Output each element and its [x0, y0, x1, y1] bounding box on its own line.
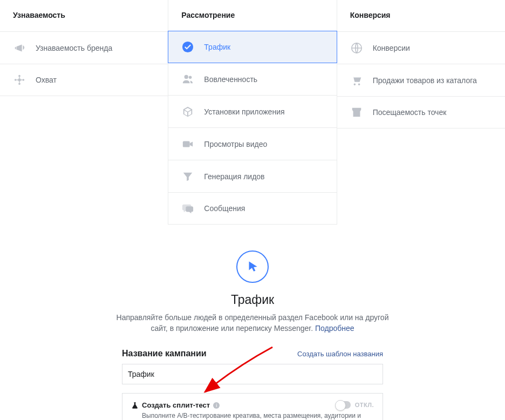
people-icon [181, 73, 194, 86]
objective-label: Просмотры видео [204, 140, 267, 148]
svg-point-4 [18, 83, 21, 85]
svg-point-6 [185, 74, 188, 78]
details-title: Трафик [11, 293, 494, 307]
learn-more-link[interactable]: Подробнее [315, 324, 354, 333]
campaign-form: Название кампании Создать шаблон названи… [122, 349, 383, 420]
objective-engagement[interactable]: Вовлеченность [168, 63, 336, 95]
objective-catalog-sales[interactable]: Продажи товаров из каталога [337, 64, 505, 96]
check-circle-icon [181, 40, 194, 53]
campaign-name-label: Название кампании [122, 349, 207, 358]
split-test-box: Создать сплит-тест i Выполните А/В-тести… [122, 393, 383, 420]
reach-icon [13, 73, 26, 86]
objective-label: Установки приложения [204, 107, 284, 116]
objective-app-installs[interactable]: Установки приложения [168, 95, 336, 127]
column-consideration-header: Рассмотрение [168, 0, 336, 31]
split-test-toggle[interactable] [336, 401, 351, 409]
split-test-description: Выполните А/В-тестирование креатива, мес… [131, 411, 374, 420]
objective-label: Генерация лидов [204, 172, 264, 181]
objective-label: Охват [36, 76, 57, 84]
objective-label: Узнаваемость бренда [36, 44, 112, 52]
box-icon [181, 105, 194, 118]
split-test-title: Создать сплит-тест [142, 401, 210, 409]
funnel-icon [181, 170, 194, 183]
objective-label: Сообщения [204, 204, 245, 213]
column-conversion: Конверсия Конверсии Продажи товаров из к… [337, 0, 505, 225]
megaphone-icon [13, 42, 26, 55]
column-conversion-header: Конверсия [337, 0, 505, 31]
svg-point-7 [189, 76, 192, 79]
svg-point-1 [15, 79, 17, 81]
objective-messages[interactable]: Сообщения [168, 192, 336, 225]
cart-icon [350, 74, 363, 87]
svg-rect-8 [183, 141, 190, 147]
objective-video-views[interactable]: Просмотры видео [168, 127, 336, 160]
info-icon[interactable]: i [213, 402, 220, 409]
objective-lead-generation[interactable]: Генерация лидов [168, 160, 336, 192]
chat-icon [181, 202, 194, 215]
objective-label: Посещаемость точек [373, 108, 447, 117]
svg-point-0 [18, 78, 21, 82]
globe-icon [350, 42, 363, 55]
objective-selector: Узнаваемость Узнаваемость бренда Охват Р… [0, 0, 505, 225]
form-header-row: Название кампании Создать шаблон названи… [122, 349, 383, 358]
objective-label: Продажи товаров из каталога [373, 76, 477, 85]
objective-brand-awareness[interactable]: Узнаваемость бренда [0, 31, 168, 64]
objective-details: Трафик Направляйте больше людей в опреде… [0, 250, 505, 334]
objective-label: Вовлеченность [204, 75, 257, 84]
column-awareness-header: Узнаваемость [0, 0, 168, 31]
objective-traffic[interactable]: Трафик [168, 31, 337, 63]
objective-label: Конверсии [373, 44, 410, 52]
toggle-label: ОТКЛ. [355, 402, 374, 408]
objective-label: Трафик [204, 43, 230, 51]
video-icon [181, 138, 194, 151]
create-name-template-link[interactable]: Создать шаблон названия [297, 350, 383, 358]
store-icon [350, 106, 363, 119]
traffic-big-icon [236, 250, 269, 283]
objective-store-visits[interactable]: Посещаемость точек [337, 96, 505, 128]
svg-point-3 [18, 75, 21, 77]
svg-point-2 [23, 79, 25, 81]
objective-conversions[interactable]: Конверсии [337, 31, 505, 64]
cursor-icon [245, 260, 260, 274]
flask-icon [131, 402, 139, 409]
column-awareness: Узнаваемость Узнаваемость бренда Охват [0, 0, 168, 225]
split-test-toggle-wrap: ОТКЛ. [336, 401, 374, 409]
campaign-name-input[interactable] [122, 364, 383, 384]
column-consideration: Рассмотрение Трафик Вовлеченность Устано… [168, 0, 337, 225]
objective-reach[interactable]: Охват [0, 64, 168, 96]
details-description: Направляйте больше людей в определенный … [115, 313, 390, 334]
